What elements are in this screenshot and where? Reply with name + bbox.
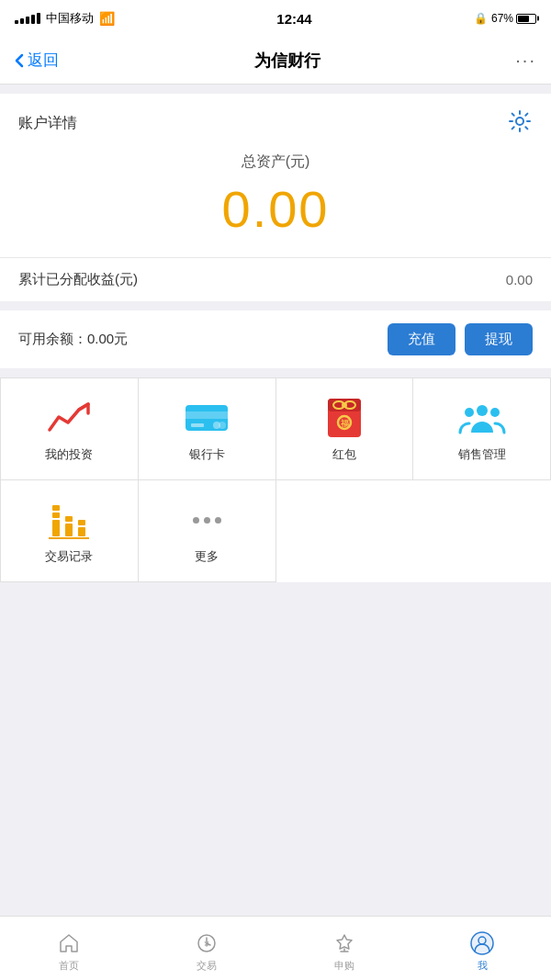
svg-rect-22 bbox=[78, 520, 85, 525]
status-bar: 中国移动 📶 12:44 🔒 67% bbox=[0, 0, 551, 37]
status-left: 中国移动 📶 bbox=[15, 10, 115, 27]
balance-actions: 充值 提现 bbox=[388, 323, 533, 355]
transaction-label: 交易记录 bbox=[45, 548, 93, 565]
account-card: 账户详情 总资产(元) 0.00 累计已分配收益(元) 0.00 bbox=[0, 94, 551, 301]
settings-icon[interactable] bbox=[507, 108, 533, 138]
tab-subscribe[interactable]: 申购 bbox=[276, 924, 413, 973]
redpacket-icon: 福 bbox=[320, 399, 368, 437]
accumulated-row: 累计已分配收益(元) 0.00 bbox=[18, 258, 533, 301]
more-icon bbox=[183, 501, 231, 539]
status-time: 12:44 bbox=[276, 11, 311, 27]
balance-row: 可用余额：0.00元 充值 提现 bbox=[0, 310, 551, 368]
grid-item-more[interactable]: 更多 bbox=[139, 480, 276, 582]
svg-point-15 bbox=[490, 408, 500, 417]
accumulated-value: 0.00 bbox=[506, 272, 533, 287]
grid-item-bankcard[interactable]: 银行卡 bbox=[139, 378, 276, 480]
investment-label: 我的投资 bbox=[45, 446, 93, 463]
svg-point-0 bbox=[516, 118, 523, 125]
more-label: 更多 bbox=[195, 548, 219, 565]
grid-menu: 我的投资 银行卡 福 bbox=[0, 377, 551, 582]
bankcard-icon bbox=[183, 399, 231, 437]
home-icon bbox=[57, 931, 81, 955]
grid-item-investment[interactable]: 我的投资 bbox=[1, 378, 139, 480]
signal-icon bbox=[15, 13, 40, 24]
subscribe-icon bbox=[332, 931, 356, 955]
tab-home[interactable]: 首页 bbox=[0, 924, 138, 973]
svg-rect-18 bbox=[52, 505, 60, 511]
total-assets-label: 总资产(元) bbox=[18, 152, 533, 172]
bankcard-label: 银行卡 bbox=[189, 446, 225, 463]
battery-indicator: 67% bbox=[491, 12, 536, 25]
lock-icon: 🔒 bbox=[474, 12, 488, 25]
svg-rect-17 bbox=[52, 513, 60, 518]
nav-title: 为信财行 bbox=[254, 50, 320, 72]
svg-rect-20 bbox=[65, 516, 73, 522]
investment-icon bbox=[45, 399, 93, 437]
grid-item-sales[interactable]: 销售管理 bbox=[413, 378, 551, 480]
sales-icon bbox=[458, 399, 506, 437]
status-right: 🔒 67% bbox=[474, 12, 536, 25]
svg-rect-21 bbox=[78, 527, 85, 536]
carrier-label: 中国移动 bbox=[46, 10, 94, 27]
grid-item-transaction[interactable]: 交易记录 bbox=[1, 480, 139, 582]
more-button[interactable]: ··· bbox=[515, 50, 536, 71]
me-icon bbox=[470, 931, 494, 955]
withdraw-button[interactable]: 提现 bbox=[465, 323, 533, 355]
svg-point-5 bbox=[219, 422, 226, 429]
tab-trade[interactable]: ¥ 交易 bbox=[138, 924, 276, 973]
grid-item-redpacket[interactable]: 福 红包 bbox=[276, 378, 414, 480]
tab-me-label: 我 bbox=[478, 959, 488, 973]
account-title: 账户详情 bbox=[18, 114, 77, 133]
svg-point-13 bbox=[477, 405, 488, 416]
wifi-icon: 📶 bbox=[99, 11, 115, 26]
svg-rect-3 bbox=[191, 423, 204, 427]
back-button[interactable]: 返回 bbox=[15, 50, 59, 71]
tab-home-label: 首页 bbox=[59, 959, 79, 973]
svg-point-14 bbox=[465, 408, 474, 417]
nav-bar: 返回 为信财行 ··· bbox=[0, 37, 551, 84]
tab-subscribe-label: 申购 bbox=[334, 959, 354, 973]
battery-icon bbox=[516, 14, 536, 24]
sales-label: 销售管理 bbox=[458, 446, 506, 463]
svg-text:¥: ¥ bbox=[203, 940, 209, 949]
accumulated-label: 累计已分配收益(元) bbox=[18, 271, 138, 288]
svg-rect-2 bbox=[186, 411, 228, 419]
svg-text:福: 福 bbox=[339, 419, 348, 428]
tab-trade-label: 交易 bbox=[197, 959, 217, 973]
redpacket-label: 红包 bbox=[332, 446, 356, 463]
total-assets-value: 0.00 bbox=[18, 179, 533, 239]
svg-point-10 bbox=[342, 402, 347, 408]
svg-rect-19 bbox=[65, 524, 73, 536]
transaction-icon bbox=[45, 501, 93, 539]
trade-icon: ¥ bbox=[195, 931, 219, 955]
tab-bar: 首页 ¥ 交易 申购 我 bbox=[0, 916, 551, 980]
svg-rect-16 bbox=[52, 520, 60, 536]
recharge-button[interactable]: 充值 bbox=[388, 323, 455, 355]
account-header: 账户详情 bbox=[18, 108, 533, 138]
balance-label: 可用余额：0.00元 bbox=[18, 331, 128, 348]
tab-me[interactable]: 我 bbox=[413, 924, 551, 973]
